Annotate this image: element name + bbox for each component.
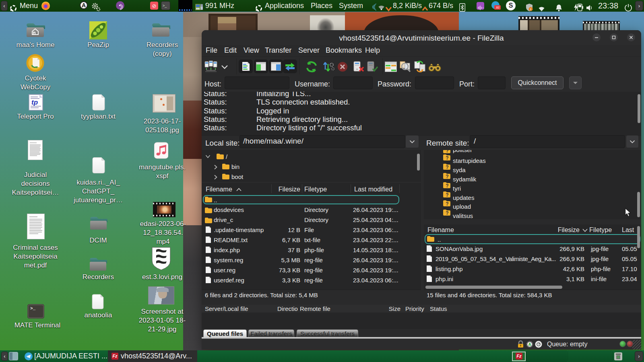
svg-text:?: ? — [446, 210, 448, 216]
svg-text:?: ? — [446, 150, 448, 154]
svg-text:?: ? — [446, 192, 448, 198]
svg-text:?: ? — [446, 201, 448, 207]
svg-text:?: ? — [446, 155, 448, 161]
svg-text:A: A — [528, 342, 531, 347]
svg-text:?: ? — [446, 174, 448, 179]
svg-text:?: ? — [446, 183, 448, 189]
svg-text:?: ? — [446, 165, 448, 170]
svg-text:!: ! — [530, 8, 531, 11]
svg-text:>_: >_ — [30, 306, 36, 311]
svg-text:tp: tp — [31, 99, 38, 106]
svg-text:♻: ♻ — [617, 355, 620, 359]
